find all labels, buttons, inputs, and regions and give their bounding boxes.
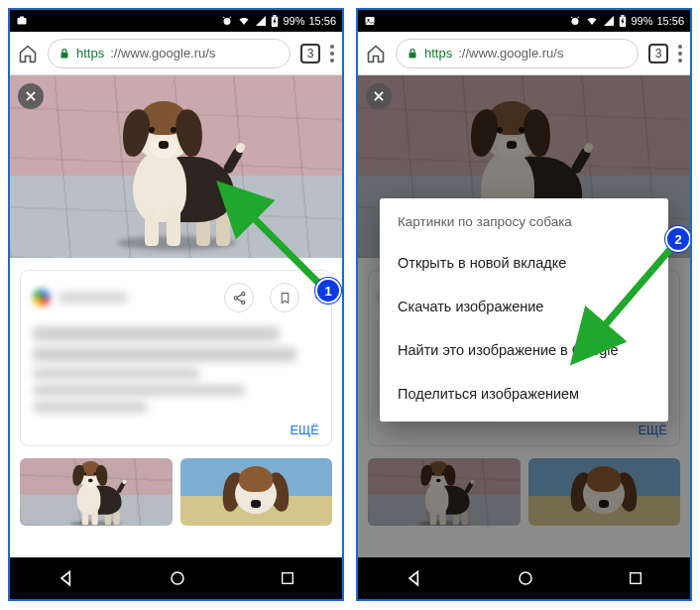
title-blurred [33,326,280,341]
annotation-badge-1: 1 [315,278,341,304]
menu-item-share-image[interactable]: Поделиться изображением [380,372,668,416]
browser-toolbar: https://www.google.ru/s 3 [358,32,690,75]
menu-item-open-new-tab[interactable]: Открыть в новой вкладке [380,241,668,285]
svg-point-9 [172,572,183,584]
source-favicon [33,289,51,306]
battery-icon [619,15,627,28]
url-scheme: https [424,46,452,61]
battery-percent: 99% [283,15,304,27]
home-icon[interactable] [366,44,386,63]
title-blurred-2 [33,347,296,362]
overflow-menu-icon[interactable] [330,45,334,62]
svg-rect-4 [274,15,277,17]
related-thumbnails [10,458,342,526]
svg-rect-1 [20,17,24,19]
signal-icon [603,15,615,27]
back-icon[interactable] [57,568,76,588]
desc-blurred-3 [33,402,148,413]
phone-right: 99% 15:56 https://www.google.ru/s 3 [356,8,692,601]
more-link[interactable]: ЕЩЁ [33,419,319,437]
thumbnail-2[interactable] [180,458,333,526]
phone-left: 99% 15:56 https://www.google.ru/s 3 [8,8,344,601]
clock: 15:56 [656,15,684,27]
android-nav-bar [10,557,342,599]
svg-point-2 [224,18,231,25]
signal-icon [255,15,267,27]
annotation-badge-2: 2 [665,226,690,252]
source-name-blurred [58,293,128,303]
svg-rect-15 [622,15,625,17]
result-card: ЕЩЁ [20,270,332,446]
clock: 15:56 [308,15,336,27]
bookmark-icon[interactable] [270,283,299,312]
tab-count[interactable]: 3 [300,44,320,63]
alarm-icon [221,15,233,27]
thumbnail-1[interactable] [20,458,173,526]
svg-rect-21 [631,573,642,584]
url-bar[interactable]: https://www.google.ru/s [396,39,639,68]
overflow-menu-icon[interactable] [678,45,682,62]
home-icon[interactable] [18,44,38,63]
share-icon[interactable] [224,283,254,312]
page-content: 1 ЕЩЁ [10,75,342,557]
svg-rect-11 [366,17,375,25]
desc-blurred-2 [33,385,245,396]
alarm-icon [569,15,581,27]
camera-icon [16,15,28,27]
svg-rect-0 [18,18,27,25]
browser-toolbar: https://www.google.ru/s 3 [10,32,342,75]
image-icon [364,15,376,27]
url-text: ://www.google.ru/s [110,46,215,61]
hero-image[interactable] [10,75,342,258]
close-icon[interactable] [18,83,44,109]
desc-blurred-1 [33,368,199,379]
svg-rect-10 [283,573,293,584]
url-bar[interactable]: https://www.google.ru/s [48,39,291,68]
page-content: ЕЩЁ Картинки по [358,75,690,557]
back-icon[interactable] [405,568,424,588]
status-bar: 99% 15:56 [358,10,690,32]
svg-rect-5 [61,53,68,59]
url-text: ://www.google.ru/s [458,46,563,61]
menu-item-download-image[interactable]: Скачать изображение [380,285,668,328]
lock-icon [58,47,70,61]
wifi-icon [237,15,251,27]
tab-count[interactable]: 3 [648,44,668,63]
url-scheme: https [76,46,104,61]
svg-point-13 [572,18,579,25]
svg-rect-16 [409,53,416,59]
close-icon[interactable] [366,83,392,109]
home-nav-icon[interactable] [169,569,186,587]
battery-percent: 99% [631,15,652,27]
recents-icon[interactable] [280,570,295,586]
context-menu-title: Картинки по запросу собака [380,204,668,241]
lock-icon [407,47,418,61]
home-nav-icon[interactable] [517,569,534,587]
svg-point-20 [520,572,531,584]
wifi-icon [585,15,599,27]
status-bar: 99% 15:56 [10,10,342,32]
battery-icon [271,15,279,28]
android-nav-bar [358,557,690,599]
context-menu: Картинки по запросу собака Открыть в нов… [380,198,668,422]
menu-item-search-google[interactable]: Найти это изображение в Google [380,328,668,372]
recents-icon[interactable] [628,570,643,586]
